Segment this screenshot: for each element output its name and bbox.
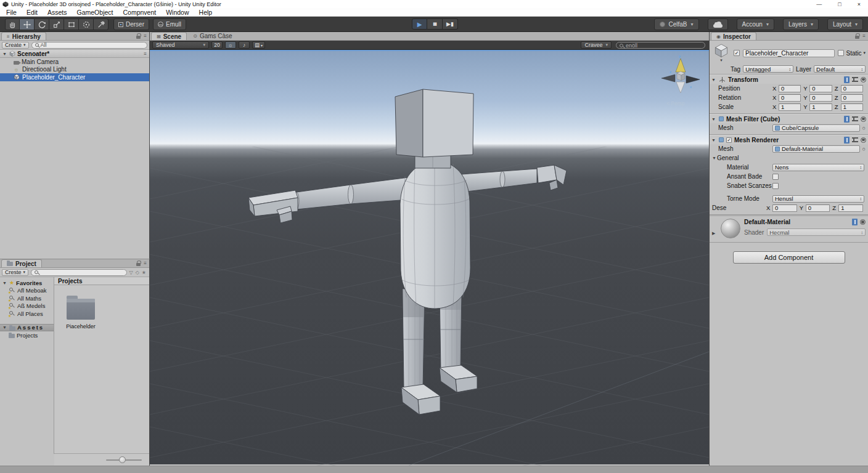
- rotation-z-field[interactable]: 0: [841, 94, 863, 102]
- foldout-open-icon[interactable]: ▼: [711, 78, 716, 82]
- dese-x-field[interactable]: 0: [772, 204, 797, 212]
- scene-gizmo[interactable]: y z x: [661, 54, 700, 93]
- pivot-toggle-button[interactable]: Derser: [113, 18, 149, 30]
- preset-icon[interactable]: [852, 77, 858, 82]
- move-tool-button[interactable]: [20, 18, 35, 30]
- book-icon[interactable]: [844, 137, 850, 144]
- account-dropdown[interactable]: Accoun ▾: [737, 18, 774, 30]
- project-search-input[interactable]: [31, 269, 126, 276]
- assets-header[interactable]: ▼ Assets: [0, 324, 54, 332]
- active-checkbox[interactable]: ✓: [734, 50, 740, 56]
- ansant-bade-checkbox[interactable]: [772, 174, 779, 180]
- snabet-scanzes-checkbox[interactable]: [772, 183, 779, 189]
- step-button[interactable]: ▶▮: [443, 18, 458, 30]
- foldout-closed-icon[interactable]: ▶: [712, 231, 717, 238]
- 2d-toggle-button[interactable]: 20: [211, 41, 223, 49]
- hierarchy-item-placeholder-character[interactable]: Placeholder_Character: [0, 73, 149, 81]
- menu-assets[interactable]: Assets: [47, 9, 67, 16]
- foldout-open-icon[interactable]: ▼: [711, 138, 716, 142]
- maximize-button[interactable]: □: [838, 1, 841, 7]
- scene-audio-toggle[interactable]: ♪: [239, 41, 250, 49]
- add-component-button[interactable]: Add Component: [733, 251, 845, 264]
- menu-component[interactable]: Compnvent: [123, 9, 156, 16]
- zoom-slider-thumb[interactable]: [119, 456, 126, 463]
- layers-dropdown[interactable]: Layers ▾: [783, 18, 819, 30]
- gizmo-left-cone[interactable]: [661, 75, 675, 82]
- shader-dropdown[interactable]: Hecmal ↕: [767, 228, 866, 236]
- dese-y-field[interactable]: 0: [806, 204, 830, 212]
- menu-edit[interactable]: Edit: [27, 9, 38, 16]
- search-by-type-icon[interactable]: ▽: [129, 270, 133, 275]
- scene-search-input[interactable]: enöll: [616, 42, 705, 49]
- panel-menu-icon[interactable]: ≡: [862, 33, 866, 39]
- scale-z-field[interactable]: 1: [841, 103, 863, 111]
- hand-tool-button[interactable]: [5, 18, 20, 30]
- cloud-button[interactable]: [708, 18, 728, 30]
- layer-dropdown[interactable]: Default ↕: [814, 65, 866, 73]
- gear-icon[interactable]: [861, 137, 866, 143]
- pause-button[interactable]: ▮▮: [427, 18, 443, 30]
- renderer-enabled-checkbox[interactable]: ✓: [726, 137, 732, 143]
- scene-menu-icon[interactable]: ≡: [144, 51, 147, 57]
- panel-menu-icon[interactable]: ≡: [144, 33, 147, 39]
- panel-menu-icon[interactable]: ≡: [144, 261, 147, 266]
- gizmo-down-cone[interactable]: [676, 82, 685, 93]
- rotation-x-field[interactable]: 0: [779, 94, 801, 102]
- gizmo-persp-label[interactable]: < Persp: [666, 100, 685, 107]
- minimize-button[interactable]: —: [816, 1, 822, 7]
- hierarchy-item-main-camera[interactable]: Main Camera: [0, 58, 149, 66]
- gizmo-right-cone[interactable]: [686, 76, 700, 83]
- scale-tool-button[interactable]: [49, 18, 64, 30]
- preset-icon[interactable]: [852, 137, 858, 142]
- hierarchy-item-directional-light[interactable]: ☼ Directiooal Light: [0, 66, 149, 74]
- favorite-item-all-materials[interactable]: All Maths: [0, 294, 54, 302]
- placeholder-character-model[interactable]: [248, 89, 567, 414]
- object-picker-icon[interactable]: ○: [862, 125, 866, 131]
- book-icon[interactable]: [844, 116, 850, 123]
- gear-icon[interactable]: [860, 219, 866, 225]
- hierarchy-scene-header[interactable]: ▼ Scenoater* ≡: [0, 50, 149, 58]
- project-create-button[interactable]: Creste ▾: [2, 269, 28, 276]
- icon-picker-arrow[interactable]: ▾: [720, 58, 723, 63]
- lock-icon[interactable]: [855, 36, 859, 39]
- project-folder-thumbnail[interactable]: [67, 299, 95, 320]
- transform-tool-button[interactable]: [79, 18, 94, 30]
- general-foldout-row[interactable]: ▼ General: [710, 153, 868, 163]
- foldout-open-icon[interactable]: ▼: [712, 156, 717, 160]
- dese-z-field[interactable]: 1: [838, 204, 863, 212]
- preset-icon[interactable]: [852, 116, 858, 121]
- lock-icon[interactable]: [136, 36, 141, 39]
- foldout-open-icon[interactable]: ▼: [2, 325, 7, 329]
- mesh-object-field[interactable]: Cube/Capsule: [772, 124, 860, 132]
- gameobject-name-field[interactable]: [743, 49, 835, 57]
- position-z-field[interactable]: 0: [841, 85, 863, 92]
- favorite-item-all-models[interactable]: Afl Meboak: [0, 287, 54, 295]
- foldout-open-icon[interactable]: ▼: [2, 281, 7, 285]
- book-icon[interactable]: [852, 219, 858, 225]
- torne-mode-dropdown[interactable]: Henusl ↕: [772, 195, 864, 203]
- gear-icon[interactable]: [861, 116, 866, 122]
- book-icon[interactable]: [844, 76, 850, 83]
- gizmos-dropdown[interactable]: Cravee ▾: [581, 41, 612, 49]
- menu-file[interactable]: File: [6, 9, 17, 16]
- mesh-filter-header[interactable]: ▼ Mesh Filter (Cube): [710, 114, 868, 123]
- position-y-field[interactable]: 0: [809, 85, 832, 92]
- foldout-open-icon[interactable]: ▼: [711, 117, 716, 121]
- mesh-renderer-header[interactable]: ▼ ✓ Mesh Renderer: [710, 135, 868, 144]
- chevron-down-icon[interactable]: ▾: [863, 51, 866, 55]
- assets-item-projects[interactable]: Projects: [0, 331, 54, 339]
- favorites-header[interactable]: ▼ ★ Favorites: [0, 279, 54, 287]
- custom-tool-button[interactable]: [94, 18, 108, 30]
- material-dropdown[interactable]: Nens ↕: [772, 164, 864, 171]
- tab-game[interactable]: ⊙ Gams Càse: [188, 32, 237, 40]
- menu-gameobject[interactable]: GameObject: [77, 9, 113, 16]
- tag-dropdown[interactable]: Untagged ↕: [743, 65, 793, 73]
- favorite-item-all-models2[interactable]: Aß Medels: [0, 302, 54, 310]
- space-toggle-button[interactable]: Emull: [153, 18, 186, 30]
- collab-dropdown[interactable]: CelfaB ▾: [654, 18, 699, 30]
- gear-icon[interactable]: [861, 77, 866, 83]
- play-button[interactable]: ▶: [412, 18, 427, 30]
- scale-x-field[interactable]: 1: [779, 103, 801, 111]
- gizmo-y-cone[interactable]: [676, 59, 686, 72]
- search-by-label-icon[interactable]: ◇: [136, 270, 139, 275]
